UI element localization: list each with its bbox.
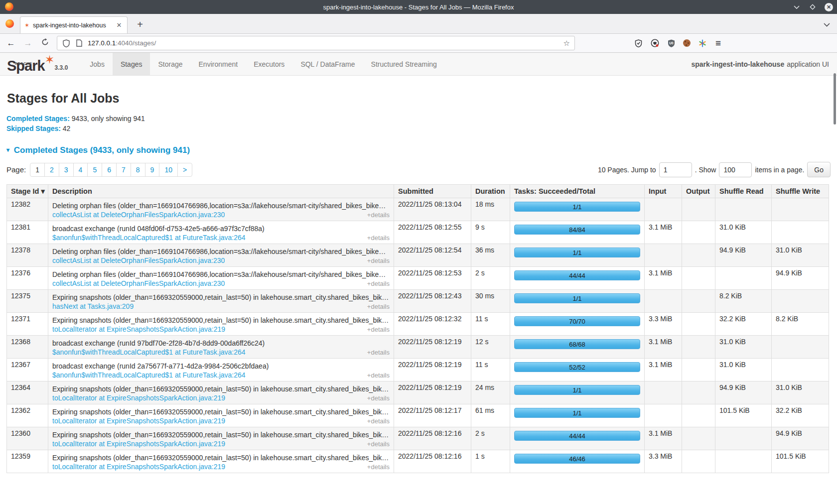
nav-item-jobs[interactable]: Jobs <box>82 53 113 75</box>
reload-button[interactable] <box>38 38 52 48</box>
column-header-submitted[interactable]: Submitted <box>394 185 471 198</box>
table-row: 12364Expiring snapshots (older_than=1669… <box>7 381 829 404</box>
tasks-progress-bar: 1/1 <box>514 293 640 303</box>
stage-detail-link[interactable]: hasNext at Tasks.java:209 <box>52 302 134 310</box>
page-button-6[interactable]: 6 <box>102 163 117 176</box>
nav-item-sql-dataframe[interactable]: SQL / DataFrame <box>292 53 363 75</box>
jump-to-page-input[interactable] <box>659 162 692 177</box>
page-button-10[interactable]: 10 <box>159 163 178 176</box>
shield-icon[interactable] <box>62 39 71 48</box>
spark-logo[interactable]: APACHE Spark ✶ 3.3.0 <box>0 53 73 75</box>
page-button-3[interactable]: 3 <box>59 163 74 176</box>
page-button-7[interactable]: 7 <box>117 163 131 176</box>
tab-close-icon[interactable]: ✕ <box>115 21 123 29</box>
stage-detail-link[interactable]: $anonfun$withThreadLocalCaptured$1 at Fu… <box>52 348 246 356</box>
details-toggle[interactable]: +details <box>363 234 390 242</box>
submitted-cell: 2022/11/25 08:12:55 <box>394 221 471 244</box>
column-header-description[interactable]: Description <box>48 185 394 198</box>
nav-item-executors[interactable]: Executors <box>246 53 292 75</box>
new-tab-button[interactable]: + <box>134 19 146 30</box>
column-header-shuffle-read[interactable]: Shuffle Read <box>715 185 772 198</box>
cookie-extension-icon[interactable] <box>683 39 691 47</box>
shuffle-read-cell: 8.2 KiB <box>715 290 772 313</box>
description-cell: Deleting orphan files (older_than=166910… <box>48 267 394 290</box>
stage-description: Expiring snapshots (older_than=166932055… <box>52 315 390 324</box>
nav-item-stages[interactable]: Stages <box>113 53 150 75</box>
details-toggle[interactable]: +details <box>363 303 390 310</box>
bookmark-star-icon[interactable]: ☆ <box>563 39 570 48</box>
page-button-9[interactable]: 9 <box>145 163 160 176</box>
column-header-shuffle-write[interactable]: Shuffle Write <box>772 185 829 198</box>
shuffle-read-cell: 31.0 KiB <box>715 359 772 381</box>
close-button[interactable]: ✕ <box>825 3 833 11</box>
shuffle-read-cell: 31.0 KiB <box>715 221 772 244</box>
url-text[interactable]: 127.0.0.1:4040/stages/ <box>88 39 559 47</box>
column-header-output[interactable]: Output <box>682 185 715 198</box>
details-toggle[interactable]: +details <box>363 280 390 287</box>
stage-detail-link[interactable]: $anonfun$withThreadLocalCaptured$1 at Fu… <box>52 234 246 242</box>
details-toggle[interactable]: +details <box>363 394 390 402</box>
stage-detail-link[interactable]: collectAsList at DeleteOrphanFilesSparkA… <box>52 256 225 264</box>
shuffle-write-cell <box>772 336 829 359</box>
column-header-tasks-succeeded-total[interactable]: Tasks: Succeeded/Total <box>510 185 645 198</box>
firefox-profile-icon[interactable] <box>5 19 14 28</box>
page-button-1[interactable]: 1 <box>30 163 45 176</box>
nav-item-structured-streaming[interactable]: Structured Streaming <box>363 53 445 75</box>
page-button-5[interactable]: 5 <box>88 163 102 176</box>
minimize-button[interactable] <box>793 3 801 11</box>
tab-overflow-chevron-icon[interactable] <box>824 20 830 29</box>
go-button[interactable]: Go <box>807 162 831 177</box>
details-toggle[interactable]: +details <box>363 211 390 219</box>
menu-hamburger-icon[interactable]: ≡ <box>715 38 721 49</box>
maximize-button[interactable] <box>809 3 817 11</box>
nav-item-storage[interactable]: Storage <box>150 53 190 75</box>
stage-detail-link[interactable]: $anonfun$withThreadLocalCaptured$1 at Fu… <box>52 371 246 379</box>
details-toggle[interactable]: +details <box>363 417 390 425</box>
stage-detail-link[interactable]: toLocalIterator at ExpireSnapshotsSparkA… <box>52 463 225 471</box>
description-cell: Expiring snapshots (older_than=166932055… <box>48 450 394 473</box>
details-toggle[interactable]: +details <box>363 463 390 471</box>
page-info-icon[interactable] <box>75 39 84 48</box>
input-cell: 3.1 MiB <box>645 427 682 450</box>
browser-tab[interactable]: ✶ spark-ingest-into-lakehous ✕ <box>20 16 128 33</box>
details-toggle[interactable]: +details <box>363 349 390 356</box>
shuffle-read-cell: 94.9 KiB <box>715 244 772 267</box>
stage-detail-link[interactable]: collectAsList at DeleteOrphanFilesSparkA… <box>52 211 225 219</box>
stage-detail-link[interactable]: toLocalIterator at ExpireSnapshotsSparkA… <box>52 440 225 448</box>
mask-extension-icon[interactable] <box>650 39 659 48</box>
column-header-duration[interactable]: Duration <box>471 185 510 198</box>
window-titlebar: spark-ingest-into-lakehouse - Stages for… <box>0 0 837 14</box>
input-cell: 3.3 MiB <box>645 450 682 473</box>
page-button-2[interactable]: 2 <box>45 163 59 176</box>
details-toggle[interactable]: +details <box>363 372 390 379</box>
back-button[interactable]: ← <box>4 38 18 48</box>
details-toggle[interactable]: +details <box>363 257 390 264</box>
details-toggle[interactable]: +details <box>363 440 390 448</box>
stage-detail-link[interactable]: toLocalIterator at ExpireSnapshotsSparkA… <box>52 325 225 333</box>
completed-stages-section-toggle[interactable]: ▾ Completed Stages (9433, only showing 9… <box>6 145 831 155</box>
tasks-progress-bar: 1/1 <box>514 248 640 257</box>
shield-check-extension-icon[interactable] <box>634 39 643 48</box>
items-per-page-input[interactable] <box>719 162 752 177</box>
column-header-stage-id[interactable]: Stage Id ▾ <box>7 185 48 198</box>
url-bar[interactable]: 127.0.0.1:4040/stages/ ☆ <box>57 36 575 50</box>
stage-description: Deleting orphan files (older_than=166910… <box>52 269 390 278</box>
tasks-progress-cell: 1/1 <box>510 381 645 404</box>
ublock-shield-icon[interactable]: U0 <box>667 39 676 48</box>
page-button-4[interactable]: 4 <box>74 163 88 176</box>
skipped-stages-label: Skipped Stages: <box>6 125 61 132</box>
stage-description: Expiring snapshots (older_than=166932055… <box>52 406 390 416</box>
completed-stages-stat: Completed Stages: 9433, only showing 941 <box>6 114 831 124</box>
nav-item-environment[interactable]: Environment <box>191 53 246 75</box>
output-cell <box>682 313 715 336</box>
stage-detail-link[interactable]: toLocalIterator at ExpireSnapshotsSparkA… <box>52 417 225 425</box>
browser-toolbar: ← → 127.0.0.1:4040/stages/ ☆ U0 ≡ <box>0 34 837 53</box>
stage-detail-link[interactable]: toLocalIterator at ExpireSnapshotsSparkA… <box>52 394 225 402</box>
colorful-asterisk-extension-icon[interactable] <box>698 39 707 48</box>
page-scrollbar[interactable] <box>834 73 836 125</box>
details-toggle[interactable]: +details <box>363 326 390 333</box>
page-button-8[interactable]: 8 <box>131 163 145 176</box>
next-page-button[interactable]: > <box>178 163 192 176</box>
column-header-input[interactable]: Input <box>645 185 682 198</box>
stage-detail-link[interactable]: collectAsList at DeleteOrphanFilesSparkA… <box>52 279 225 287</box>
